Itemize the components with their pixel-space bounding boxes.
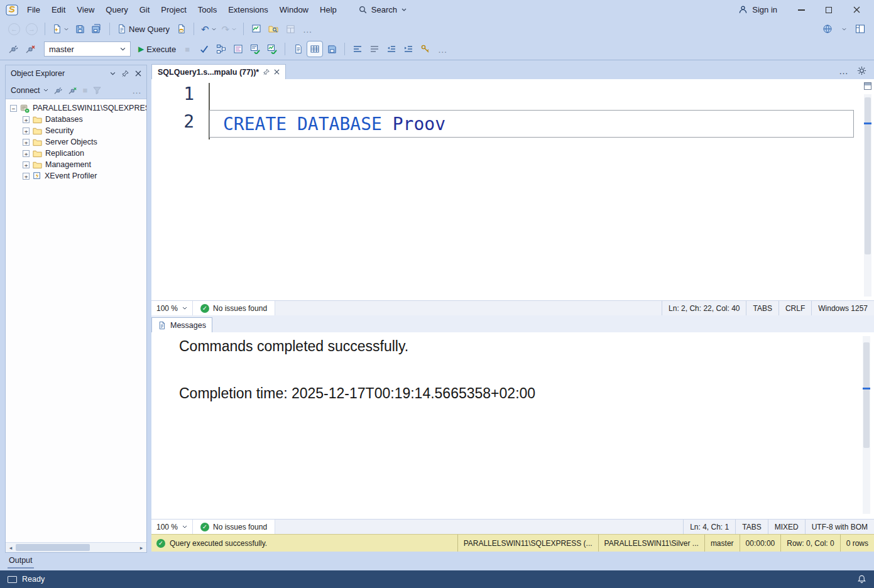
activity-monitor-button[interactable] [249,21,264,36]
parse-button[interactable] [197,41,212,57]
editor-zoom-selector[interactable]: 100 % [151,301,193,315]
vscrollbar-thumb[interactable] [865,97,871,254]
vscrollbar-thumb[interactable] [863,342,870,448]
save-button[interactable] [72,21,87,36]
caret-position[interactable]: Ln: 2, Ch: 22, Col: 40 [662,301,746,315]
expand-icon[interactable]: + [23,128,30,134]
expand-icon[interactable]: + [23,150,30,157]
decrease-indent-button[interactable] [384,41,399,57]
maximize-button[interactable] [815,0,843,19]
splitter-handle[interactable] [864,82,871,90]
refresh-connection-icon[interactable] [68,86,77,95]
menu-view[interactable]: View [71,2,100,18]
messages-zoom-selector[interactable]: 100 % [151,520,193,534]
query-toolbar-overflow-button[interactable]: … [435,41,450,57]
scroll-left-icon[interactable]: ◂ [6,545,16,551]
object-explorer-hscrollbar[interactable]: ◂ ▸ [6,542,146,552]
messages-tab[interactable]: Messages [151,317,212,332]
pin-icon[interactable] [263,68,270,75]
sql-editor[interactable]: 1 2 CREATE DATABASE Proov [151,79,874,300]
pin-icon[interactable] [122,70,129,77]
bell-icon[interactable] [857,574,866,584]
line-ending-mode[interactable]: CRLF [778,301,811,315]
menu-extensions[interactable]: Extensions [222,2,274,18]
template-explorer-button[interactable] [266,21,281,36]
intellisense-button[interactable] [231,41,246,57]
indent-mode[interactable]: TABS [746,301,778,315]
line-ending-mode[interactable]: MIXED [768,520,805,534]
chevron-down-icon[interactable] [110,72,116,75]
search-button[interactable]: Search [352,3,413,17]
comment-lines-button[interactable] [350,41,365,57]
database-engine-query-button[interactable] [173,21,188,36]
navigate-forward-button[interactable]: → [24,21,40,36]
minimize-button[interactable] [787,0,815,19]
connect-dropdown-button[interactable]: Connect [11,86,48,95]
include-actual-plan-button[interactable] [248,41,263,57]
results-to-grid-button[interactable] [307,41,322,57]
new-file-button[interactable] [50,21,70,36]
tree-node-server[interactable]: − PARALLELSWIN11\SQLEXPRESS (SQ [6,102,146,114]
gear-icon[interactable] [857,66,866,75]
cancel-query-button[interactable]: ■ [180,41,195,57]
tree-node-management[interactable]: + Management [6,159,146,170]
expand-icon[interactable]: + [23,161,30,168]
messages-panel[interactable]: Commands completed successfully. Complet… [151,332,874,519]
tab-overflow-icon[interactable]: … [839,66,848,75]
encoding-mode[interactable]: UTF-8 with BOM [805,520,874,534]
stop-icon[interactable]: ■ [83,86,88,94]
web-browser-dropdown[interactable] [836,21,851,36]
close-button[interactable] [843,0,870,19]
save-all-button[interactable] [89,21,104,36]
tree-node-databases[interactable]: + Databases [6,114,146,125]
results-to-text-button[interactable] [290,41,305,57]
pane-layout-button[interactable] [853,21,868,36]
current-line[interactable]: CREATE DATABASE Proov [209,110,854,138]
sign-in-button[interactable]: Sign in [738,5,777,14]
menu-edit[interactable]: Edit [46,2,71,18]
tree-node-server-objects[interactable]: + Server Objects [6,136,146,148]
connect-button[interactable] [6,41,21,57]
expand-icon[interactable]: + [23,139,30,146]
messages-issues-indicator[interactable]: ✓ No issues found [193,520,275,534]
query-document-tab[interactable]: SQLQuery1.s...mpalu (77))* [151,64,286,79]
undo-button[interactable]: ↶ [199,21,218,36]
live-query-statistics-button[interactable] [265,41,280,57]
redo-button[interactable]: ↷ [220,21,239,36]
change-connection-button[interactable] [23,41,38,57]
execute-button[interactable]: ▶ Execute [136,41,178,57]
database-combobox[interactable]: master [44,41,131,57]
filter-icon[interactable] [93,87,101,94]
menu-query[interactable]: Query [100,2,133,18]
tree-node-replication[interactable]: + Replication [6,148,146,159]
collapse-icon[interactable]: − [10,105,17,112]
menu-file[interactable]: File [21,2,46,18]
messages-vscrollbar[interactable] [863,336,870,514]
editor-issues-indicator[interactable]: ✓ No issues found [193,301,275,315]
menu-window[interactable]: Window [274,2,314,18]
tree-node-security[interactable]: + Security [6,125,146,136]
display-estimated-plan-button[interactable] [214,41,229,57]
properties-window-button[interactable] [283,21,298,36]
disconnect-icon[interactable] [54,86,63,95]
scroll-right-icon[interactable]: ▸ [136,545,146,551]
close-icon[interactable] [135,70,141,77]
caret-position[interactable]: Ln: 4, Ch: 1 [683,520,735,534]
tree-node-xevent-profiler[interactable]: + XEvent Profiler [6,170,146,182]
toolbar-overflow-button[interactable]: … [300,21,315,36]
navigate-backward-button[interactable]: ← [6,21,22,36]
menu-help[interactable]: Help [314,2,342,18]
menu-git[interactable]: Git [134,2,156,18]
close-icon[interactable] [274,69,280,75]
hscrollbar-thumb[interactable] [16,544,90,551]
new-query-button[interactable]: New Query [115,21,172,36]
object-explorer-overflow-icon[interactable]: … [132,85,141,95]
web-browser-button[interactable] [820,21,835,36]
indent-mode[interactable]: TABS [735,520,767,534]
menu-project[interactable]: Project [155,2,192,18]
uncomment-lines-button[interactable] [367,41,382,57]
editor-vscrollbar[interactable] [864,94,871,297]
expand-icon[interactable]: + [23,116,30,123]
increase-indent-button[interactable] [401,41,416,57]
encoding-mode[interactable]: Windows 1257 [811,301,874,315]
